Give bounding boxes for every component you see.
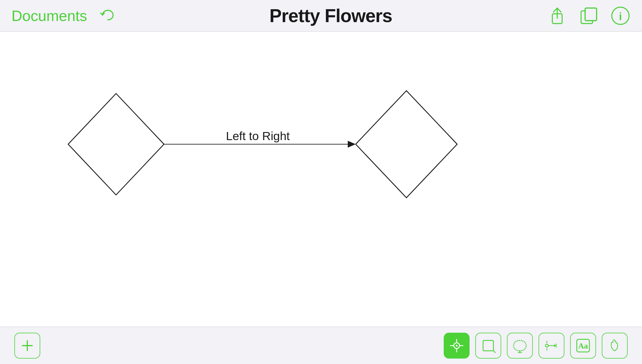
text-tool-button[interactable]: Aa — [570, 333, 596, 359]
select-tool-button[interactable] — [444, 333, 470, 359]
add-button[interactable] — [14, 333, 40, 359]
share-icon — [547, 6, 567, 26]
shape-tool-button[interactable] — [475, 333, 501, 359]
svg-rect-3 — [585, 8, 597, 21]
arrow-head — [348, 141, 355, 148]
hand-tool-button[interactable] — [602, 333, 628, 359]
canvas-area[interactable]: Left to Right — [0, 32, 642, 327]
svg-rect-15 — [483, 340, 493, 351]
connector-label: Left to Right — [226, 129, 290, 143]
connect-tool-button[interactable] — [539, 333, 564, 359]
page-title: Pretty Flowers — [269, 5, 392, 26]
svg-point-19 — [545, 344, 548, 347]
toolbar-left — [14, 333, 40, 359]
duplicate-button[interactable] — [579, 6, 599, 26]
duplicate-icon — [579, 6, 599, 26]
undo-button[interactable] — [99, 8, 114, 24]
header-left: Documents — [11, 7, 114, 24]
right-diamond[interactable] — [356, 91, 457, 198]
header-right: i — [547, 6, 631, 26]
svg-line-16 — [493, 351, 495, 353]
toolbar-right: Aa — [444, 333, 628, 359]
crosshair-icon — [449, 338, 464, 353]
add-icon — [20, 338, 34, 353]
diagram-svg: Left to Right — [0, 32, 642, 327]
info-icon: i — [610, 6, 631, 26]
text-icon: Aa — [576, 338, 591, 353]
shape-icon — [481, 338, 496, 353]
hand-icon — [607, 338, 622, 353]
lasso-icon — [512, 338, 527, 353]
undo-icon — [99, 8, 114, 24]
app-header: Documents Pretty Flowers — [0, 0, 642, 32]
documents-link[interactable]: Documents — [11, 7, 87, 24]
svg-text:Aa: Aa — [578, 341, 588, 350]
svg-point-14 — [456, 345, 458, 346]
left-diamond[interactable] — [68, 94, 164, 195]
svg-text:i: i — [619, 11, 622, 22]
lasso-tool-button[interactable] — [507, 333, 533, 359]
connect-icon — [544, 338, 559, 353]
share-button[interactable] — [547, 6, 567, 26]
info-button[interactable]: i — [610, 6, 631, 26]
bottom-toolbar: Aa — [0, 327, 642, 364]
